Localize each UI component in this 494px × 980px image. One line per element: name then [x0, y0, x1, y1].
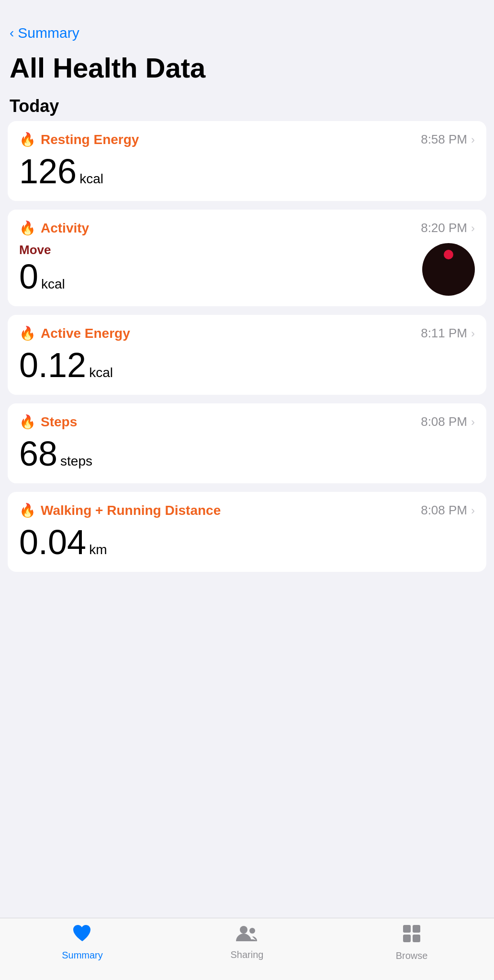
- tab-sharing[interactable]: Sharing: [165, 924, 329, 960]
- card-walking-running-distance[interactable]: 🔥 Walking + Running Distance 8:08 PM › 0…: [8, 492, 486, 572]
- card-time-resting-energy: 8:58 PM: [421, 132, 467, 147]
- card-sublabel-activity: Move: [19, 243, 65, 257]
- card-time-steps: 8:08 PM: [421, 414, 467, 429]
- flame-icon-resting-energy: 🔥: [19, 132, 36, 147]
- chevron-right-icon-activity: ›: [471, 222, 475, 235]
- svg-point-0: [240, 926, 247, 934]
- browse-grid-icon: [402, 924, 421, 947]
- svg-point-1: [249, 928, 255, 934]
- card-title-steps: Steps: [41, 414, 77, 430]
- tab-sharing-label: Sharing: [231, 949, 264, 960]
- tab-bar: Summary Sharing Browse: [0, 918, 494, 980]
- card-value-activity: 0: [19, 259, 38, 294]
- activity-dot: [444, 250, 453, 259]
- tab-browse-label: Browse: [396, 950, 428, 961]
- content-area: 🔥 Resting Energy 8:58 PM › 126 kcal 🔥 Ac…: [0, 121, 494, 918]
- flame-icon-steps: 🔥: [19, 414, 36, 430]
- card-title-activity: Activity: [41, 221, 89, 236]
- chevron-right-icon-walking-running: ›: [471, 504, 475, 517]
- card-unit-steps: steps: [60, 454, 92, 469]
- card-value-steps: 68: [19, 436, 57, 471]
- card-active-energy[interactable]: 🔥 Active Energy 8:11 PM › 0.12 kcal: [8, 315, 486, 395]
- flame-icon-activity: 🔥: [19, 220, 36, 236]
- flame-icon-walking-running: 🔥: [19, 502, 36, 518]
- tab-summary[interactable]: Summary: [0, 924, 165, 961]
- svg-rect-2: [403, 925, 411, 933]
- card-value-active-energy: 0.12: [19, 348, 86, 382]
- card-value-walking-running: 0.04: [19, 525, 86, 559]
- page-title: All Health Data: [0, 43, 494, 89]
- card-unit-resting-energy: kcal: [79, 171, 103, 187]
- card-title-resting-energy: Resting Energy: [41, 132, 139, 147]
- card-title-active-energy: Active Energy: [41, 326, 130, 341]
- card-time-walking-running: 8:08 PM: [421, 503, 467, 518]
- card-value-resting-energy: 126: [19, 154, 77, 189]
- chevron-right-icon-active-energy: ›: [471, 327, 475, 340]
- back-button[interactable]: ‹ Summary: [10, 25, 484, 41]
- chevron-right-icon-resting-energy: ›: [471, 133, 475, 146]
- back-chevron-icon: ‹: [10, 25, 14, 41]
- card-unit-walking-running: km: [89, 542, 107, 557]
- card-resting-energy[interactable]: 🔥 Resting Energy 8:58 PM › 126 kcal: [8, 121, 486, 201]
- svg-rect-3: [413, 925, 420, 933]
- svg-rect-4: [403, 935, 411, 942]
- nav-bar: ‹ Summary: [0, 21, 494, 43]
- tab-summary-label: Summary: [62, 950, 103, 961]
- card-unit-activity: kcal: [41, 277, 65, 292]
- tab-browse[interactable]: Browse: [329, 924, 494, 961]
- chevron-right-icon-steps: ›: [471, 415, 475, 429]
- card-title-walking-running: Walking + Running Distance: [41, 503, 221, 518]
- activity-circle: [422, 243, 475, 296]
- flame-icon-active-energy: 🔥: [19, 325, 36, 341]
- card-steps[interactable]: 🔥 Steps 8:08 PM › 68 steps: [8, 403, 486, 483]
- sharing-people-icon: [235, 924, 259, 947]
- back-label: Summary: [18, 25, 79, 41]
- card-unit-active-energy: kcal: [89, 365, 113, 380]
- status-bar: [0, 0, 494, 21]
- card-time-active-energy: 8:11 PM: [421, 326, 467, 341]
- summary-heart-icon: [72, 924, 92, 947]
- svg-rect-5: [413, 935, 420, 942]
- card-time-activity: 8:20 PM: [421, 221, 467, 235]
- card-activity[interactable]: 🔥 Activity 8:20 PM › Move 0 kcal: [8, 210, 486, 306]
- section-header: Today: [0, 89, 494, 121]
